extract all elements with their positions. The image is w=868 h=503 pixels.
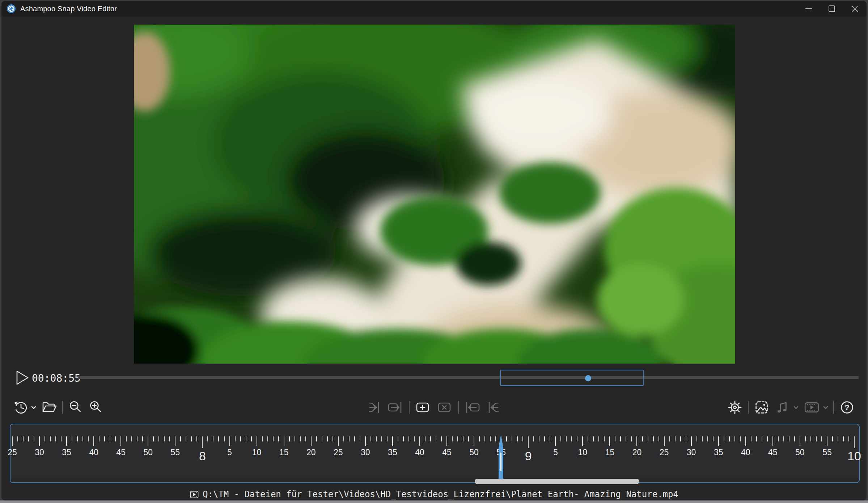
close-button[interactable] [843, 1, 867, 17]
music-button[interactable] [775, 399, 791, 415]
minimize-button[interactable] [797, 1, 820, 17]
help-button[interactable]: ? [839, 399, 855, 415]
seek-position-dot[interactable] [585, 375, 591, 381]
add-segment-button[interactable] [415, 400, 431, 415]
title-bar: Ashampoo Snap Video Editor [1, 1, 867, 17]
snapshot-image-button[interactable] [754, 399, 770, 415]
chevron-down-icon[interactable] [793, 405, 799, 410]
seek-zoom-window[interactable] [500, 370, 644, 386]
toolbar-separator [458, 401, 459, 414]
maximize-button[interactable] [820, 1, 843, 17]
trim-end-to-playhead-button[interactable] [366, 400, 382, 415]
window-title: Ashampoo Snap Video Editor [20, 5, 117, 13]
file-path: Q:\TM - Dateien für Tester\Videos\HD_Tes… [203, 489, 678, 499]
status-bar: Q:\TM - Dateien für Tester\Videos\HD_Tes… [1, 488, 867, 500]
delete-segment-button[interactable] [436, 400, 453, 415]
trim-start-to-playhead-button[interactable] [486, 400, 501, 415]
toolbar-separator [748, 401, 749, 414]
play-button[interactable] [14, 369, 30, 386]
app-logo-icon [7, 4, 16, 13]
waterfall-scene-image [134, 25, 735, 364]
seek-bar[interactable] [78, 376, 859, 379]
scrollbar-thumb[interactable] [475, 479, 639, 484]
settings-gear-icon[interactable] [727, 399, 743, 415]
open-file-button[interactable] [41, 400, 57, 415]
video-file-icon [190, 490, 199, 499]
video-clip-button[interactable] [804, 399, 820, 415]
chevron-down-icon[interactable] [31, 405, 36, 410]
toolbar-separator [409, 401, 410, 414]
current-time: 00:08:55 [32, 372, 81, 384]
app-window: Ashampoo Snap Video Editor [1, 1, 867, 500]
chevron-down-icon[interactable] [823, 405, 828, 410]
toolbar-separator [62, 401, 63, 414]
video-preview [134, 25, 735, 364]
zoom-in-button[interactable] [88, 400, 103, 415]
desktop-edge [0, 500, 868, 503]
cut-left-button[interactable] [464, 400, 480, 415]
timeline-ruler[interactable]: 2530354045505585101520253035404550559510… [10, 424, 860, 483]
svg-text:?: ? [844, 403, 849, 412]
playhead-center-line [500, 453, 501, 471]
history-button[interactable] [13, 400, 28, 415]
zoom-out-button[interactable] [68, 400, 83, 415]
scrollbar-track[interactable] [10, 478, 859, 482]
toolbar-separator [833, 401, 834, 414]
cut-right-button[interactable] [387, 400, 404, 415]
